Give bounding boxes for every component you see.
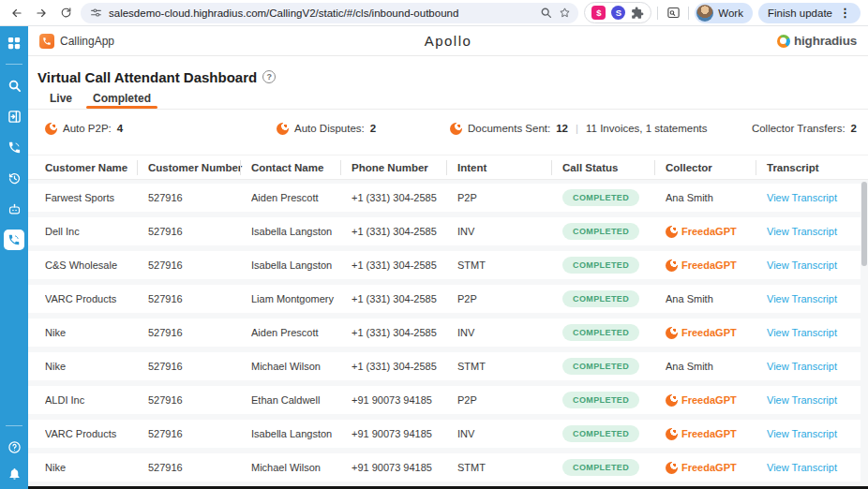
view-transcript-link[interactable]: View Transcript: [767, 293, 837, 304]
view-transcript-link[interactable]: View Transcript: [767, 226, 837, 237]
collector-name: FreedaGPT: [681, 327, 737, 338]
stat-label: Auto Disputes:: [294, 123, 365, 134]
cell-collector: Ana Smith: [666, 361, 767, 372]
view-transcript-link[interactable]: View Transcript: [767, 259, 837, 271]
url-text[interactable]: salesdemo-cloud.highradius.com/CallingV2…: [109, 7, 533, 19]
status-badge: COMPLETED: [562, 223, 639, 240]
avatar: [696, 5, 713, 22]
forward-button[interactable]: [32, 4, 51, 22]
side-panel-icon[interactable]: [664, 4, 682, 22]
cell-customer-name: Farwest Sports: [45, 192, 148, 203]
cell-call-status: COMPLETED: [562, 358, 666, 375]
collector-name: FreedaGPT: [681, 428, 737, 439]
view-transcript-link[interactable]: View Transcript: [767, 428, 837, 439]
outbound-call-icon[interactable]: [4, 137, 24, 157]
back-button[interactable]: [7, 4, 26, 22]
scrollbar[interactable]: [861, 182, 867, 266]
history-icon[interactable]: [4, 168, 24, 188]
cell-call-status: COMPLETED: [562, 223, 666, 240]
finish-update-button[interactable]: Finish update ⋮: [758, 3, 861, 23]
table-row[interactable]: Dell Inc527916Isabella Langston+1 (331) …: [28, 217, 861, 245]
status-badge: COMPLETED: [562, 459, 639, 476]
stat-value: 4: [117, 123, 123, 134]
cell-transcript: View Transcript: [767, 259, 861, 271]
view-transcript-link[interactable]: View Transcript: [767, 361, 837, 372]
apps-icon[interactable]: [4, 33, 24, 53]
address-bar[interactable]: salesdemo-cloud.highradius.com/CallingV2…: [81, 3, 578, 23]
search-icon[interactable]: [4, 75, 24, 96]
collector-name: FreedaGPT: [681, 226, 737, 237]
table-row[interactable]: Nike527916Aiden Prescott+1 (331) 304-258…: [28, 319, 861, 347]
stat-value: 12: [556, 123, 568, 134]
profile-label: Work: [718, 7, 743, 19]
cell-contact-name: Michael Wilson: [251, 462, 352, 473]
bot-icon[interactable]: [4, 199, 24, 219]
cell-customer-name: VARC Products: [45, 428, 148, 439]
cell-intent: INV: [457, 327, 562, 338]
cell-contact-name: Liam Montgomery: [251, 293, 352, 304]
cell-transcript: View Transcript: [767, 226, 861, 237]
cell-transcript: View Transcript: [767, 361, 861, 372]
cell-customer-number: 527916: [148, 293, 251, 304]
cell-collector: FreedaGPT: [666, 462, 767, 474]
cell-transcript: View Transcript: [767, 327, 861, 338]
column-header-contact-name: Contact Name: [251, 162, 352, 173]
cell-customer-number: 527916: [148, 192, 251, 203]
tab-completed[interactable]: Completed: [84, 90, 159, 109]
status-badge: COMPLETED: [562, 425, 639, 442]
stat-item: Documents Sent:12|11 Invoices, 1 stateme…: [450, 123, 752, 135]
cell-customer-number: 527916: [148, 394, 251, 406]
cell-call-status: COMPLETED: [562, 189, 666, 206]
site-settings-icon[interactable]: [90, 7, 102, 19]
extensions-puzzle-icon[interactable]: [631, 7, 644, 20]
view-transcript-link[interactable]: View Transcript: [767, 462, 837, 473]
cell-collector: FreedaGPT: [666, 259, 767, 272]
table-row[interactable]: C&S Wholesale527916Isabella Langston+1 (…: [28, 251, 861, 279]
cell-intent: INV: [457, 226, 562, 237]
column-header-intent: Intent: [457, 162, 562, 173]
table-row[interactable]: Nike527916Michael Wilson+1 (331) 304-258…: [28, 352, 861, 380]
tab-live[interactable]: Live: [41, 90, 81, 109]
sidebar-divider: [6, 425, 22, 426]
bookmark-star-icon[interactable]: [559, 7, 571, 19]
cell-collector: FreedaGPT: [666, 226, 767, 238]
zoom-icon[interactable]: [540, 7, 552, 19]
collector-name: FreedaGPT: [681, 394, 737, 406]
cell-call-status: COMPLETED: [562, 392, 666, 408]
browser-toolbar: salesdemo-cloud.highradius.com/CallingV2…: [0, 0, 868, 26]
cell-contact-name: Aiden Prescott: [251, 192, 352, 203]
freeda-icon: [450, 123, 462, 135]
cell-phone-number: +91 90073 94185: [352, 462, 457, 473]
cell-customer-name: Nike: [45, 361, 148, 372]
view-transcript-link[interactable]: View Transcript: [767, 327, 837, 338]
apollo-logo: Apollo: [425, 33, 472, 49]
cell-collector: FreedaGPT: [666, 394, 767, 407]
menu-dots-icon[interactable]: ⋮: [839, 6, 851, 20]
calling-app-logo: CallingApp: [39, 34, 114, 49]
table-row[interactable]: VARC Products527916Liam Montgomery+1 (33…: [28, 285, 861, 313]
notifications-bell-icon[interactable]: [4, 463, 24, 483]
stat-item: Collector Transfers:2: [752, 123, 857, 134]
panel-icon[interactable]: [4, 106, 24, 126]
status-badge: COMPLETED: [562, 392, 639, 408]
status-badge: COMPLETED: [562, 324, 639, 341]
help-icon[interactable]: [4, 437, 24, 457]
view-transcript-link[interactable]: View Transcript: [767, 192, 837, 203]
collector-name: FreedaGPT: [681, 462, 737, 473]
table-row[interactable]: Farwest Sports527916Aiden Prescott+1 (33…: [28, 184, 861, 212]
stat-item: Auto Disputes:2: [277, 123, 450, 135]
view-transcript-link[interactable]: View Transcript: [767, 394, 837, 406]
cell-collector: Ana Smith: [666, 293, 767, 304]
table-row[interactable]: Nike527916Michael Wilson+91 90073 94185S…: [28, 453, 861, 482]
phone-icon-active[interactable]: [4, 230, 24, 250]
stat-value: 2: [370, 123, 376, 134]
freeda-icon: [666, 462, 678, 474]
cell-customer-number: 527916: [148, 361, 251, 372]
extension-icon-s[interactable]: S: [611, 6, 625, 20]
reload-button[interactable]: [56, 4, 75, 22]
profile-chip[interactable]: Work: [695, 3, 753, 23]
extension-icon-pink[interactable]: $: [591, 6, 606, 20]
table-row[interactable]: ALDI Inc527916Ethan Caldwell+91 90073 94…: [28, 386, 861, 414]
table-row[interactable]: VARC Products527916Isabella Langston+91 …: [28, 420, 861, 448]
title-help-icon[interactable]: ?: [262, 70, 276, 83]
